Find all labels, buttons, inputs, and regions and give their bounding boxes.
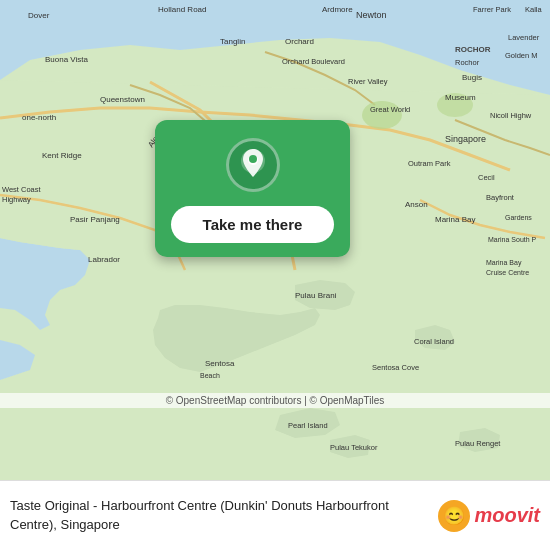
svg-text:Pearl Island: Pearl Island [288,421,328,430]
location-text: Taste Original - Harbourfront Centre (Du… [10,497,430,533]
svg-text:Sentosa Cove: Sentosa Cove [372,363,419,372]
moovit-face-icon: 😊 [438,500,470,532]
svg-text:Queenstown: Queenstown [100,95,145,104]
svg-text:Bugis: Bugis [462,73,482,82]
map-container: Newton Dover Buona Vista Queenstown one-… [0,0,550,480]
svg-text:Labrador: Labrador [88,255,120,264]
moovit-text: moovit [474,504,540,527]
svg-point-51 [249,155,257,163]
svg-text:West Coast: West Coast [2,185,42,194]
svg-text:Tanglin: Tanglin [220,37,245,46]
svg-text:Cecil: Cecil [478,173,495,182]
svg-text:Outram Park: Outram Park [408,159,451,168]
svg-text:Coral Island: Coral Island [414,337,454,346]
map-attribution: © OpenStreetMap contributors | © OpenMap… [0,393,550,408]
svg-text:Kalla: Kalla [525,5,543,14]
svg-text:Dover: Dover [28,11,50,20]
svg-text:Marina South P: Marina South P [488,236,537,243]
svg-text:Ardmore: Ardmore [322,5,353,14]
svg-text:Orchard: Orchard [285,37,314,46]
svg-text:Orchard Boulevard: Orchard Boulevard [282,57,345,66]
svg-text:Highway: Highway [2,195,31,204]
svg-text:Newton: Newton [356,10,387,20]
svg-text:Pasir Panjang: Pasir Panjang [70,215,120,224]
svg-text:Singapore: Singapore [445,134,486,144]
location-pin-icon [238,147,268,183]
moovit-logo: 😊 moovit [438,500,540,532]
svg-text:Bayfront: Bayfront [486,193,515,202]
svg-text:Pulau Tekukor: Pulau Tekukor [330,443,378,452]
svg-text:Cruise Centre: Cruise Centre [486,269,529,276]
svg-text:Rochor: Rochor [455,58,480,67]
svg-text:River Valley: River Valley [348,77,388,86]
svg-text:Pulau Brani: Pulau Brani [295,291,337,300]
svg-text:Great World: Great World [370,105,410,114]
bottom-bar: Taste Original - Harbourfront Centre (Du… [0,480,550,550]
svg-text:Buona Vista: Buona Vista [45,55,89,64]
pin-icon-container [226,138,280,192]
svg-text:Pulau Renget: Pulau Renget [455,439,501,448]
svg-text:Lavender: Lavender [508,33,540,42]
svg-text:Farrer Park: Farrer Park [473,5,511,14]
svg-text:one-north: one-north [22,113,56,122]
svg-text:Sentosa: Sentosa [205,359,235,368]
svg-text:Holland Road: Holland Road [158,5,206,14]
svg-text:Beach: Beach [200,372,220,379]
svg-text:Marina Bay: Marina Bay [435,215,475,224]
svg-text:Gardens: Gardens [505,214,532,221]
svg-text:ROCHOR: ROCHOR [455,45,491,54]
take-me-there-button[interactable]: Take me there [171,206,334,243]
location-card: Take me there [155,120,350,257]
svg-text:Kent Ridge: Kent Ridge [42,151,82,160]
svg-text:Museum: Museum [445,93,476,102]
svg-text:Golden M: Golden M [505,51,538,60]
svg-text:Anson: Anson [405,200,428,209]
svg-text:Nicoll Highw: Nicoll Highw [490,111,532,120]
svg-text:Marina Bay: Marina Bay [486,259,522,267]
